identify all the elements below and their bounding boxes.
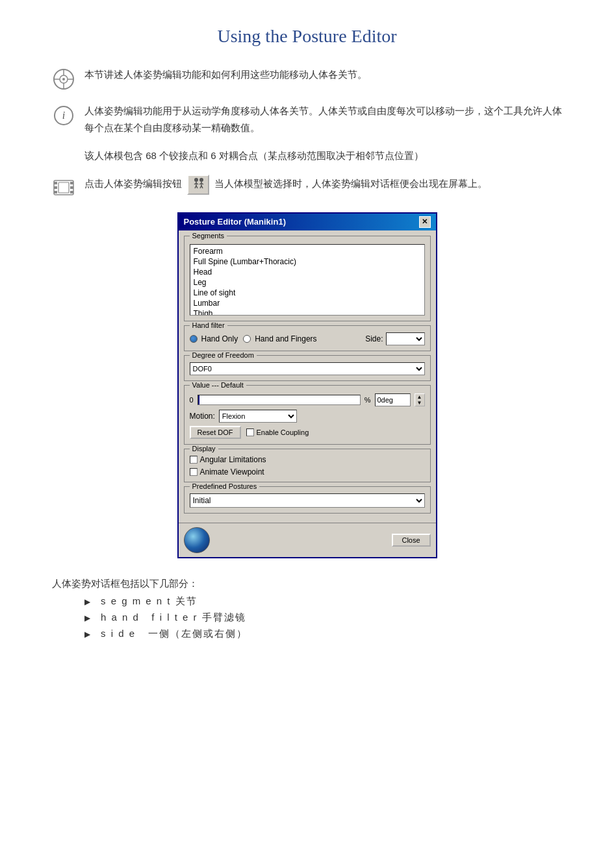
angle-input[interactable]: 0deg bbox=[375, 393, 411, 406]
predefined-dropdown[interactable]: Initial bbox=[190, 493, 425, 508]
motion-dropdown[interactable]: Flexion bbox=[219, 410, 297, 423]
hand-filter-row: Hand Only Hand and Fingers Side: Left Ri… bbox=[190, 332, 425, 345]
intro-block-2: i 人体姿势编辑功能用于从运动学角度移动人体各关节。人体关节或自由度每次可以移动… bbox=[52, 103, 562, 136]
reset-row: Reset DOF Enable Coupling bbox=[190, 426, 425, 439]
enable-coupling-label: Enable Coupling bbox=[257, 428, 309, 436]
page-title: Using the Posture Editor bbox=[52, 26, 562, 47]
side-label: Side: bbox=[365, 334, 383, 343]
spin-down-icon[interactable]: ▼ bbox=[417, 400, 422, 406]
segments-group: Segments Forearm Full Spine (Lumbar+Thor… bbox=[184, 236, 431, 321]
list-item[interactable]: Lumbar bbox=[192, 298, 423, 308]
list-text-3: s i d e 一侧（左侧或右侧） bbox=[101, 628, 248, 640]
svg-line-20 bbox=[196, 186, 198, 188]
predefined-legend: Predefined Postures bbox=[190, 482, 260, 490]
dof-legend: Degree of Freedom bbox=[190, 351, 257, 359]
dof-dropdown[interactable]: DOF0 bbox=[190, 362, 425, 375]
slider-percent: % bbox=[365, 396, 371, 404]
intro-text-2: 人体姿势编辑功能用于从运动学角度移动人体各关节。人体关节或自由度每次可以移动一步… bbox=[84, 103, 562, 136]
side-section: Side: Left Right bbox=[365, 332, 424, 345]
intro-block-1: 本节讲述人体姿势编辑功能和如何利用这些功能移动人体各关节。 bbox=[52, 66, 562, 91]
intro-text-4-prefix: 点击人体姿势编辑按钮 bbox=[84, 178, 182, 189]
angular-limitations-label: Angular Limitations bbox=[200, 455, 266, 464]
dialog-footer: Close bbox=[179, 523, 436, 557]
list-text-1: s e g m e n t 关节 bbox=[101, 595, 198, 608]
intro-text-4: 点击人体姿势编辑按钮 当人体模型被选择时，人体姿势编辑对话框便会出现在屏幕上。 bbox=[84, 175, 487, 195]
slider-number: 0 bbox=[190, 396, 194, 404]
crosshair-icon bbox=[52, 68, 75, 91]
slider-track[interactable] bbox=[198, 395, 361, 405]
angular-limitations-option[interactable]: Angular Limitations bbox=[190, 455, 266, 464]
list-text-2: h a n d f i l t e r 手臂滤镜 bbox=[101, 612, 246, 624]
svg-point-15 bbox=[194, 178, 198, 182]
hand-only-radio[interactable] bbox=[190, 335, 198, 343]
hand-only-label: Hand Only bbox=[201, 334, 238, 343]
list-item-side: ▶ s i d e 一侧（左侧或右侧） bbox=[84, 628, 562, 640]
animate-viewpoint-checkbox[interactable] bbox=[190, 468, 198, 476]
value-legend: Value --- Default bbox=[190, 381, 246, 389]
angular-limitations-checkbox[interactable] bbox=[190, 456, 198, 464]
intro-block-4: 点击人体姿势编辑按钮 当人体模型被选择时，人体姿势编辑对话框便会出现在屏幕上。 bbox=[52, 175, 562, 199]
spin-buttons[interactable]: ▲ ▼ bbox=[415, 393, 425, 406]
list-item[interactable]: Line of sight bbox=[192, 288, 423, 298]
animate-viewpoint-option[interactable]: Animate Viewpoint bbox=[190, 467, 264, 477]
hand-fingers-label: Hand and Fingers bbox=[255, 334, 316, 343]
close-button[interactable]: Close bbox=[392, 534, 431, 547]
motion-row: Motion: Flexion bbox=[190, 410, 425, 423]
segments-legend: Segments bbox=[190, 232, 227, 240]
bullet-2: ▶ bbox=[84, 614, 90, 623]
film-icon bbox=[52, 176, 75, 199]
posture-editor-dialog: Posture Editor (Manikin1) ✕ Segments For… bbox=[177, 212, 437, 558]
predefined-group: Predefined Postures Initial bbox=[184, 486, 431, 514]
intro-text-4-suffix: 当人体模型被选择时，人体姿势编辑对话框便会出现在屏幕上。 bbox=[214, 178, 487, 189]
svg-rect-14 bbox=[58, 182, 69, 193]
motion-label: Motion: bbox=[190, 412, 215, 421]
list-item[interactable]: Leg bbox=[192, 277, 423, 288]
svg-rect-8 bbox=[54, 182, 57, 184]
predefined-combo-row: Initial bbox=[190, 493, 425, 508]
dialog-title: Posture Editor (Manikin1) bbox=[184, 217, 286, 227]
info-icon: i bbox=[52, 104, 75, 127]
svg-point-21 bbox=[199, 178, 203, 182]
svg-rect-10 bbox=[54, 191, 57, 193]
globe-icon bbox=[184, 527, 210, 553]
display-legend: Display bbox=[190, 445, 218, 453]
list-item-segment: ▶ s e g m e n t 关节 bbox=[84, 595, 562, 608]
spin-up-icon[interactable]: ▲ bbox=[417, 394, 422, 400]
reset-dof-button[interactable]: Reset DOF bbox=[190, 426, 241, 439]
enable-coupling-checkbox[interactable] bbox=[246, 428, 254, 436]
side-dropdown[interactable]: Left Right bbox=[386, 332, 425, 345]
dof-group: Degree of Freedom DOF0 bbox=[184, 355, 431, 381]
hand-only-option[interactable]: Hand Only bbox=[190, 334, 238, 343]
intro-text-3: 该人体模包含 68 个铰接点和 6 对耦合点（某点移动范围取决于相邻节点位置） bbox=[84, 147, 562, 164]
hand-filter-group: Hand filter Hand Only Hand and Fingers S… bbox=[184, 325, 431, 351]
bottom-intro: 人体姿势对话框包括以下几部分： bbox=[52, 578, 562, 590]
dialog-window: Posture Editor (Manikin1) ✕ Segments For… bbox=[177, 212, 437, 558]
svg-rect-9 bbox=[54, 186, 57, 189]
svg-rect-12 bbox=[70, 186, 73, 189]
intro-text-1: 本节讲述人体姿势编辑功能和如何利用这些功能移动人体各关节。 bbox=[84, 66, 367, 83]
hand-filter-legend: Hand filter bbox=[190, 321, 227, 329]
list-item[interactable]: Thigh bbox=[192, 308, 423, 316]
svg-rect-11 bbox=[70, 182, 73, 184]
hand-fingers-radio[interactable] bbox=[243, 335, 251, 343]
hand-fingers-option[interactable]: Hand and Fingers bbox=[243, 334, 316, 343]
dof-combo-row: DOF0 bbox=[190, 362, 425, 375]
dialog-titlebar: Posture Editor (Manikin1) ✕ bbox=[179, 214, 436, 230]
posture-editor-button bbox=[187, 175, 209, 195]
list-item[interactable]: Full Spine (Lumbar+Thoracic) bbox=[192, 256, 423, 267]
svg-point-6 bbox=[62, 78, 65, 81]
dialog-body: Segments Forearm Full Spine (Lumbar+Thor… bbox=[179, 230, 436, 523]
list-item[interactable]: Head bbox=[192, 267, 423, 277]
segments-listbox[interactable]: Forearm Full Spine (Lumbar+Thoracic) Hea… bbox=[190, 244, 425, 316]
bullet-3: ▶ bbox=[84, 630, 90, 639]
animate-viewpoint-label: Animate Viewpoint bbox=[200, 467, 264, 477]
list-item[interactable]: Forearm bbox=[192, 246, 423, 256]
enable-coupling-option[interactable]: Enable Coupling bbox=[246, 428, 309, 436]
angular-limitations-row: Angular Limitations bbox=[190, 455, 425, 464]
bullet-1: ▶ bbox=[84, 597, 90, 606]
dialog-close-button[interactable]: ✕ bbox=[419, 216, 431, 228]
display-group: Display Angular Limitations Animate View… bbox=[184, 449, 431, 482]
animate-viewpoint-row: Animate Viewpoint bbox=[190, 467, 425, 477]
list-item-hand-filter: ▶ h a n d f i l t e r 手臂滤镜 bbox=[84, 612, 562, 624]
value-group: Value --- Default 0 % 0deg ▲ ▼ Motion: bbox=[184, 385, 431, 445]
